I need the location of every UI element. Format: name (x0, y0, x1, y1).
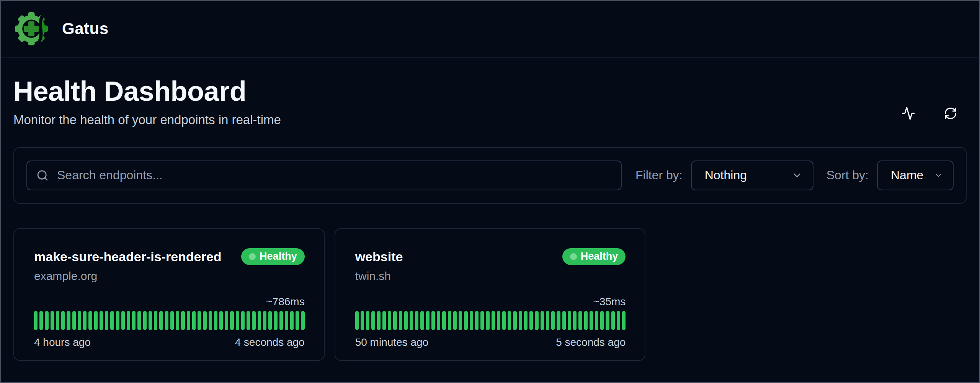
response-bar[interactable] (137, 311, 141, 330)
response-bar[interactable] (214, 311, 217, 330)
response-bar[interactable] (285, 311, 288, 330)
response-bar[interactable] (611, 311, 615, 330)
response-bar[interactable] (617, 311, 620, 330)
response-bar[interactable] (404, 311, 408, 330)
response-bar[interactable] (541, 311, 544, 330)
response-bar[interactable] (420, 311, 424, 330)
response-bar[interactable] (573, 311, 577, 330)
response-bar[interactable] (170, 311, 174, 330)
response-bar[interactable] (437, 311, 440, 330)
response-bar[interactable] (535, 311, 538, 330)
refresh-button[interactable] (944, 106, 957, 120)
response-bar[interactable] (187, 311, 190, 330)
response-bar[interactable] (143, 311, 147, 330)
response-bar[interactable] (263, 311, 266, 330)
response-bar[interactable] (399, 311, 402, 330)
response-bar[interactable] (524, 311, 528, 330)
response-bar[interactable] (382, 311, 386, 330)
response-bar[interactable] (562, 311, 566, 330)
response-bar[interactable] (121, 311, 125, 330)
response-bar[interactable] (88, 311, 92, 330)
response-bar[interactable] (127, 311, 130, 330)
response-bar[interactable] (252, 311, 255, 330)
response-bar[interactable] (410, 311, 413, 330)
response-bar[interactable] (78, 311, 81, 330)
response-bar[interactable] (247, 311, 250, 330)
response-bar[interactable] (132, 311, 136, 330)
response-bar[interactable] (225, 311, 228, 330)
response-bar[interactable] (67, 311, 70, 330)
response-bar[interactable] (513, 311, 516, 330)
response-bar[interactable] (388, 311, 391, 330)
response-bar[interactable] (56, 311, 59, 330)
response-bar[interactable] (198, 311, 201, 330)
response-bar[interactable] (519, 311, 522, 330)
response-bar[interactable] (393, 311, 397, 330)
endpoint-card[interactable]: website twin.sh Healthy ~35ms 50 minutes… (335, 228, 646, 361)
response-bar[interactable] (83, 311, 87, 330)
response-bar[interactable] (290, 311, 294, 330)
response-bar[interactable] (595, 311, 598, 330)
response-bar[interactable] (492, 311, 495, 330)
response-bar[interactable] (355, 311, 359, 330)
response-bar[interactable] (39, 311, 43, 330)
response-bar[interactable] (176, 311, 179, 330)
endpoint-card[interactable]: make-sure-header-is-rendered example.org… (13, 228, 325, 361)
response-bar[interactable] (296, 311, 299, 330)
response-bar[interactable] (377, 311, 381, 330)
response-bar[interactable] (100, 311, 103, 330)
response-bar[interactable] (557, 311, 560, 330)
response-bar[interactable] (72, 311, 76, 330)
response-bar[interactable] (546, 311, 549, 330)
response-bar[interactable] (241, 311, 245, 330)
response-bar[interactable] (279, 311, 283, 330)
response-bar[interactable] (149, 311, 152, 330)
response-bar[interactable] (209, 311, 212, 330)
response-bar[interactable] (61, 311, 65, 330)
app-name[interactable]: Gatus (62, 20, 109, 38)
response-bar[interactable] (426, 311, 430, 330)
response-bar[interactable] (622, 311, 626, 330)
response-bar[interactable] (464, 311, 467, 330)
response-bar[interactable] (475, 311, 479, 330)
response-bar[interactable] (568, 311, 571, 330)
response-bar[interactable] (51, 311, 54, 330)
response-bar[interactable] (371, 311, 375, 330)
response-bar[interactable] (34, 311, 38, 330)
response-bar[interactable] (219, 311, 223, 330)
response-bar[interactable] (116, 311, 119, 330)
response-bar[interactable] (236, 311, 239, 330)
response-bar[interactable] (502, 311, 506, 330)
response-bar[interactable] (159, 311, 163, 330)
response-bar[interactable] (274, 311, 277, 330)
response-bar[interactable] (508, 311, 511, 330)
response-bar[interactable] (578, 311, 582, 330)
response-bar[interactable] (584, 311, 588, 330)
response-bar[interactable] (497, 311, 500, 330)
response-bar[interactable] (415, 311, 418, 330)
response-bar[interactable] (459, 311, 462, 330)
activity-toggle-button[interactable] (902, 106, 915, 120)
response-bar[interactable] (230, 311, 234, 330)
response-bar[interactable] (268, 311, 272, 330)
response-bar[interactable] (366, 311, 369, 330)
response-bar[interactable] (453, 311, 457, 330)
response-bar[interactable] (606, 311, 609, 330)
response-bar[interactable] (448, 311, 451, 330)
response-bar[interactable] (529, 311, 533, 330)
response-bar[interactable] (470, 311, 473, 330)
response-bar[interactable] (486, 311, 489, 330)
response-bar[interactable] (258, 311, 261, 330)
response-bar[interactable] (361, 311, 364, 330)
response-bar[interactable] (94, 311, 98, 330)
response-bar[interactable] (181, 311, 185, 330)
response-bar[interactable] (431, 311, 435, 330)
response-bar[interactable] (154, 311, 157, 330)
response-bar[interactable] (105, 311, 108, 330)
response-bar[interactable] (480, 311, 484, 330)
response-bar[interactable] (442, 311, 446, 330)
response-bar[interactable] (192, 311, 196, 330)
filter-select[interactable]: Nothing (691, 160, 813, 190)
response-bar[interactable] (551, 311, 555, 330)
response-bar[interactable] (301, 311, 304, 330)
